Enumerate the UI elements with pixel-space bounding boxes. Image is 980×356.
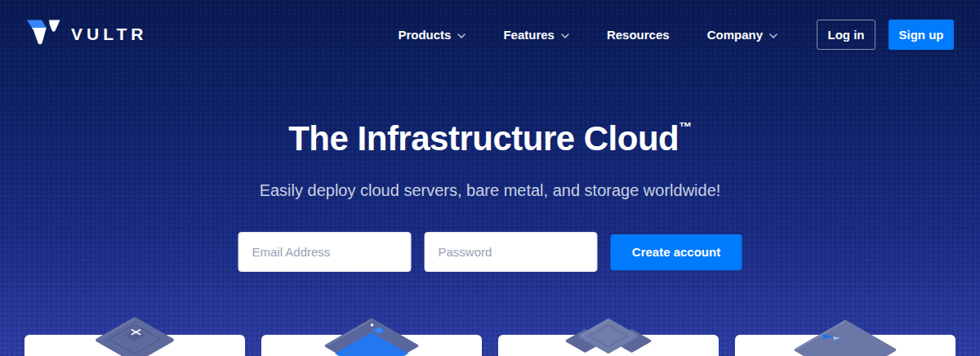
signup-form: Create account: [238, 232, 742, 272]
hero-subtitle: Easily deploy cloud servers, bare metal,…: [0, 181, 980, 200]
main-nav: Products Features Resources Company: [398, 27, 777, 42]
top-navigation-bar: VULTR Products Features Resources Compan…: [0, 0, 980, 69]
nav-item-features[interactable]: Features: [503, 27, 569, 42]
vultr-wordmark: VULTR: [71, 24, 147, 44]
nav-item-resources[interactable]: Resources: [607, 28, 670, 42]
signup-button[interactable]: Sign up: [889, 20, 954, 50]
trademark-symbol: ™: [679, 120, 692, 134]
vultr-logo-icon: [26, 20, 60, 49]
product-card[interactable]: [24, 335, 245, 356]
chevron-down-icon: [561, 27, 569, 42]
chevron-down-icon: [457, 27, 466, 42]
create-account-button[interactable]: Create account: [611, 234, 742, 270]
page-title: The Infrastructure Cloud™: [0, 119, 980, 158]
product-card[interactable]: [735, 335, 956, 356]
nav-item-products[interactable]: Products: [398, 27, 466, 42]
product-cards-row: [24, 335, 956, 356]
vultr-logo[interactable]: VULTR: [26, 20, 147, 49]
email-field[interactable]: [238, 232, 412, 272]
login-button[interactable]: Log in: [817, 20, 875, 50]
password-field[interactable]: [425, 232, 598, 272]
product-card[interactable]: [498, 335, 719, 356]
chevron-down-icon: [769, 27, 777, 42]
nav-item-company[interactable]: Company: [707, 27, 777, 42]
product-card[interactable]: [261, 335, 482, 356]
